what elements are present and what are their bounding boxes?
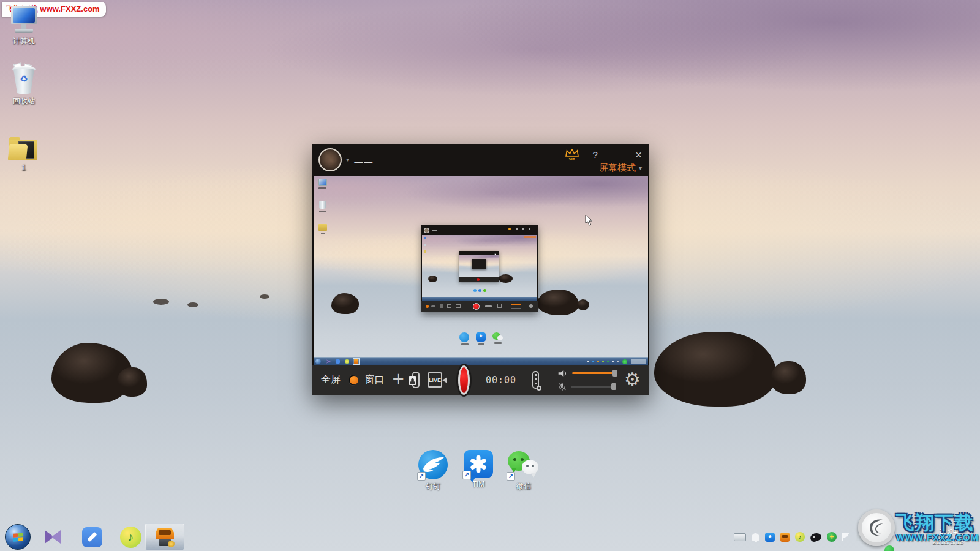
security-tray-icon[interactable]: + — [827, 532, 837, 542]
preview-third-level-window — [459, 251, 499, 282]
site-watermark: 飞翔下载 WWW.FXXZ.COM — [858, 509, 979, 546]
desktop-icon-label: 微信 — [516, 481, 531, 492]
mic-volume-slider[interactable] — [571, 386, 615, 388]
tim-tray-icon[interactable]: * — [765, 533, 775, 542]
taskbar-qqmusic-button[interactable]: ♪ — [118, 525, 143, 549]
desktop-icon-label: 钉钉 — [426, 481, 440, 492]
notification-bell-icon[interactable] — [752, 533, 760, 541]
preview-mini-icon: * — [476, 332, 487, 345]
desktop-icon-tim[interactable]: ↗ TIM — [454, 450, 502, 489]
dingtalk-icon: ↗ — [418, 450, 448, 479]
recorder-toolbar: 全屏 窗口 + LIVE 00:00 — [312, 365, 649, 395]
preview-rock — [577, 299, 589, 310]
cursor-arrow — [585, 214, 593, 228]
preview-mini-icon — [318, 179, 328, 189]
fullscreen-label: 全屏 — [321, 373, 341, 386]
wallpaper-rock — [116, 367, 147, 397]
kk-recorder-tray-icon[interactable] — [780, 533, 790, 542]
desktop-icon-wechat[interactable]: ↗ 微信 — [500, 450, 548, 492]
preview-mini-icon — [459, 332, 470, 345]
mic-slider-knob[interactable] — [611, 383, 616, 390]
capture-mode-toggle[interactable] — [349, 375, 357, 386]
microphone-muted-icon[interactable] — [557, 382, 567, 392]
system-volume-slider[interactable] — [572, 372, 616, 374]
taskbar-recorder-button-active[interactable] — [145, 523, 184, 550]
shortcut-arrow-icon: ↗ — [507, 472, 515, 481]
folder-icon — [9, 137, 39, 162]
system-tray: * ♪ + — [734, 522, 863, 551]
mode-selector[interactable]: 屏幕模式 ▾ — [599, 162, 642, 174]
taskbar-kmplayer-button[interactable] — [40, 525, 65, 549]
preview-nested-titlebar — [421, 225, 538, 235]
username-text: 二二 — [354, 154, 374, 166]
wallpaper-rock — [260, 294, 270, 299]
windows-logo-icon — [13, 533, 23, 542]
record-button[interactable] — [458, 365, 470, 395]
wallpaper-rock — [771, 361, 806, 394]
user-avatar[interactable] — [318, 148, 342, 171]
sogou-tray-icon[interactable] — [809, 531, 822, 542]
preview-rock — [331, 293, 359, 314]
watermark-url: WWW.FXXZ.COM — [896, 533, 979, 542]
vip-crown-button[interactable]: VIP — [565, 149, 579, 161]
capture-preview: * — [314, 176, 648, 365]
start-button[interactable] — [5, 524, 31, 550]
wallpaper-rock — [187, 302, 198, 307]
desktop-icon-computer[interactable]: 计算机 — [0, 6, 48, 47]
preview-rock — [537, 290, 579, 315]
wallpaper-rock — [153, 299, 169, 305]
preview-nested-capture — [422, 235, 537, 301]
computer-icon — [8, 6, 40, 34]
green-ball-tray-icon[interactable] — [884, 545, 894, 551]
camera-overlay-button[interactable] — [412, 372, 420, 388]
help-button[interactable]: ? — [593, 148, 598, 162]
wechat-icon: ↗ — [508, 450, 540, 479]
scissors-icon — [537, 386, 541, 391]
notes-icon — [82, 527, 102, 547]
desktop-icon-folder-1[interactable]: 1 — [0, 137, 48, 172]
recorder-window: ▾ 二二 VIP ? — × 屏幕模式 ▾ — [312, 144, 649, 395]
desktop-icon-recycle-bin[interactable]: ♻ 回收站 — [0, 64, 48, 107]
desktop-icon-label: 回收站 — [13, 96, 35, 107]
mode-caret-icon: ▾ — [639, 165, 642, 171]
preview-mini-icon — [318, 224, 328, 234]
add-capture-button[interactable]: + — [393, 370, 404, 388]
qq-music-tray-icon[interactable]: ♪ — [795, 532, 805, 542]
taskbar: ♪ * ♪ + 20:04 2018/5/18 — [0, 522, 980, 551]
account-caret-icon[interactable]: ▾ — [346, 156, 349, 163]
shortcut-arrow-icon: ↗ — [462, 471, 471, 479]
taskbar-notes-button[interactable] — [80, 525, 104, 549]
crown-icon — [565, 149, 579, 157]
wallpaper-rock — [654, 332, 777, 407]
tim-icon: ↗ — [464, 450, 493, 478]
close-button[interactable]: × — [635, 148, 642, 162]
toggle-knob — [350, 376, 358, 384]
window-mode-label: 窗口 — [365, 373, 385, 386]
qq-music-icon: ♪ — [120, 527, 141, 548]
preview-nested-toolbar — [421, 301, 538, 312]
watermark-title: 飞翔下载 — [896, 513, 979, 533]
keyboard-tray-icon[interactable] — [734, 533, 746, 541]
preview-mini-icon — [319, 201, 328, 212]
preview-taskbar — [314, 357, 648, 365]
volume-panel — [557, 369, 616, 392]
desktop-icon-label: 计算机 — [13, 36, 35, 47]
recorder-titlebar: ▾ 二二 VIP ? — × 屏幕模式 ▾ — [312, 144, 649, 176]
recycle-bin-icon: ♻ — [10, 64, 37, 94]
watermark-logo-icon — [858, 509, 895, 546]
action-center-flag-icon[interactable] — [842, 533, 850, 541]
preview-nested-window — [421, 225, 538, 312]
kk-recorder-icon — [154, 527, 175, 547]
minimize-button[interactable]: — — [612, 148, 621, 162]
settings-button[interactable]: ⚙ — [624, 370, 641, 389]
desktop-root: 飞翔下载 www.FXXZ.com 计算机 ♻ 回收站 1 ↗ 钉钉 — [0, 0, 980, 551]
desktop-icon-dingtalk[interactable]: ↗ 钉钉 — [409, 450, 457, 492]
preview-mini-icon — [492, 332, 503, 344]
record-timer: 00:00 — [486, 375, 516, 386]
speaker-icon[interactable] — [557, 369, 568, 378]
desktop-icon-label: 1 — [22, 163, 26, 172]
volume-slider-knob[interactable] — [612, 370, 617, 377]
live-stream-button[interactable]: LIVE — [428, 372, 442, 388]
shortcut-arrow-icon: ↗ — [417, 472, 426, 481]
clip-edit-button[interactable] — [532, 371, 539, 389]
